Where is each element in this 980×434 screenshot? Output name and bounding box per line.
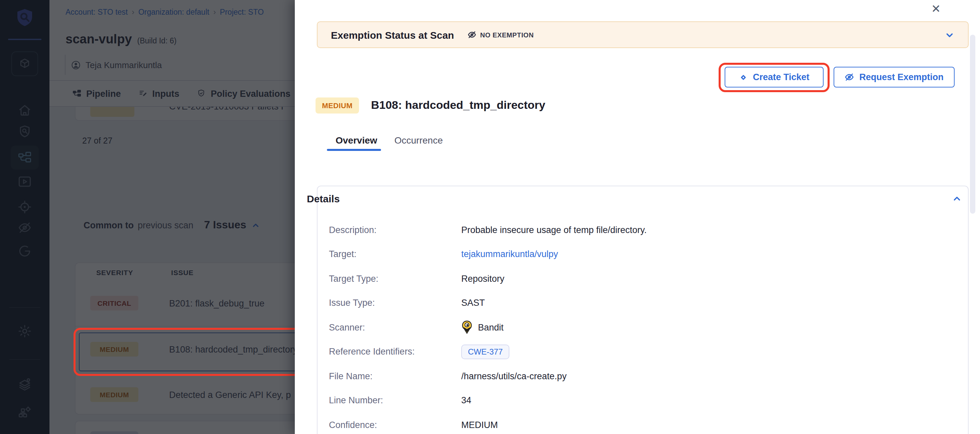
field-value: Probable insecure usage of temp file/dir… [461, 225, 647, 235]
field-scanner: Scanner: Bandit [329, 315, 957, 339]
bandit-scanner-icon [461, 321, 473, 334]
exemption-status-banner[interactable]: Exemption Status at Scan NO EXEMPTION [317, 21, 969, 48]
field-confidence: Confidence: MEDIUM [329, 413, 957, 434]
field-value: Bandit [461, 321, 504, 334]
field-line-number: Line Number: 34 [329, 388, 957, 413]
field-value: /harness/utils/ca-create.py [461, 371, 566, 381]
cwe-chip[interactable]: CWE-377 [461, 345, 509, 359]
details-title: Details [307, 193, 340, 204]
field-label: Issue Type: [329, 298, 461, 308]
annotation-ring-create-ticket [719, 63, 830, 92]
close-icon[interactable]: ✕ [931, 3, 941, 16]
field-label: Confidence: [329, 420, 461, 430]
field-value: MEDIUM [461, 420, 498, 430]
scrollbar-thumb[interactable] [970, 35, 975, 214]
active-tab-underline [327, 149, 381, 151]
field-label: Scanner: [329, 323, 461, 333]
field-label: File Name: [329, 371, 461, 381]
field-label: Reference Identifiers: [329, 347, 461, 357]
field-file-name: File Name: /harness/utils/ca-create.py [329, 364, 957, 388]
field-target-type: Target Type: Repository [329, 266, 957, 291]
field-description: Description: Probable insecure usage of … [329, 218, 957, 242]
no-exemption-badge: NO EXEMPTION [467, 30, 534, 40]
field-value: 34 [461, 396, 471, 405]
field-label: Description: [329, 225, 461, 235]
field-target: Target: tejakummarikuntla/vulpy [329, 242, 957, 266]
request-exemption-button[interactable]: Request Exemption [834, 67, 955, 87]
field-label: Line Number: [329, 396, 461, 405]
eye-slash-icon [467, 30, 477, 40]
severity-badge: MEDIUM [315, 98, 359, 114]
chevron-up-icon[interactable] [952, 194, 962, 204]
target-link[interactable]: tejakummarikuntla/vulpy [461, 249, 558, 260]
chevron-down-icon[interactable] [945, 30, 955, 40]
field-issue-type: Issue Type: SAST [329, 291, 957, 315]
field-label: Target Type: [329, 274, 461, 284]
field-label: Target: [329, 249, 461, 260]
eye-slash-icon [845, 72, 855, 82]
app: Account: STO test › Organization: defaul… [0, 0, 980, 434]
tab-occurrence[interactable]: Occurrence [395, 135, 443, 146]
issue-title: B108: hardcoded_tmp_directory [371, 98, 546, 114]
details-fields: Description: Probable insecure usage of … [329, 218, 957, 434]
modal-dim-overlay [0, 0, 295, 434]
field-value: Repository [461, 274, 504, 284]
field-reference-identifiers: Reference Identifiers: CWE-377 [329, 339, 957, 364]
banner-title: Exemption Status at Scan [331, 29, 454, 40]
field-value: SAST [461, 298, 485, 308]
issue-drawer: ✕ Exemption Status at Scan NO EXEMPTION … [295, 0, 980, 434]
tab-overview[interactable]: Overview [336, 135, 377, 146]
